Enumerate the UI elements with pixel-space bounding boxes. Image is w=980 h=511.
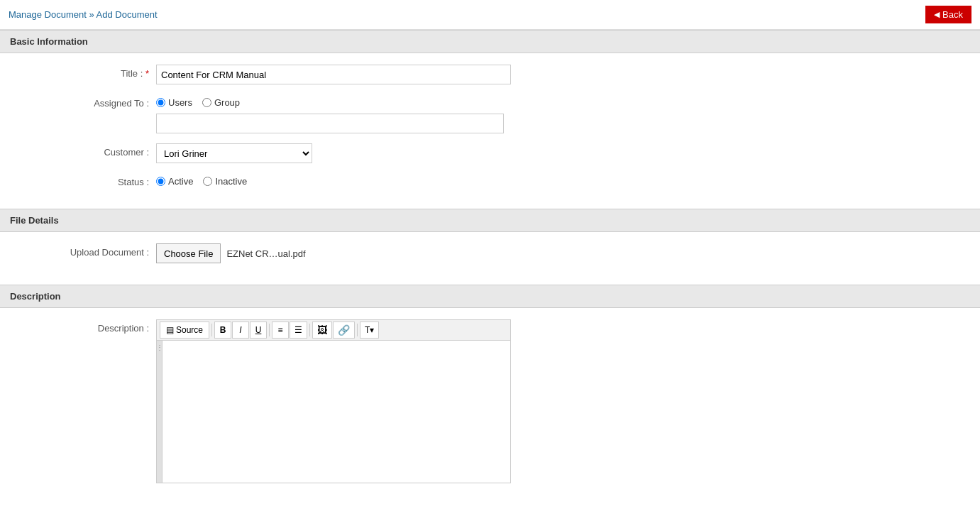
toolbar-separator-3 — [309, 324, 310, 336]
radio-users-label[interactable]: Users — [156, 97, 192, 108]
underline-button[interactable]: U — [250, 322, 267, 339]
insert-image-button[interactable]: 🖼 — [312, 322, 332, 339]
assigned-to-label: Assigned To : — [14, 94, 156, 109]
description-section-header: Description — [0, 285, 980, 308]
submit-area: Submit — [0, 505, 980, 511]
choose-file-button[interactable]: Choose File — [156, 243, 221, 263]
title-row: Title : * — [0, 65, 980, 84]
title-label: Title : * — [14, 65, 156, 79]
breadcrumb-base-link[interactable]: Manage Document — [9, 9, 87, 20]
description-control: ▤ Source B I U ≡ ☰ — [156, 319, 511, 483]
title-input[interactable] — [156, 65, 511, 84]
editor-container: ▤ Source B I U ≡ ☰ — [156, 319, 511, 483]
back-button[interactable]: ◀ Back — [925, 6, 971, 23]
description-row: Description : ▤ Source B I U ≡ — [0, 319, 980, 483]
assigned-to-row: Assigned To : Users Group — [0, 94, 980, 133]
file-details-section-header: File Details — [0, 209, 980, 232]
radio-users[interactable] — [156, 98, 165, 107]
radio-active-label[interactable]: Active — [156, 176, 193, 187]
status-row: Status : Active Inactive — [0, 173, 980, 187]
radio-active-text: Active — [168, 176, 193, 187]
radio-inactive[interactable] — [203, 177, 212, 186]
assigned-to-control: Users Group — [156, 94, 511, 133]
radio-group-label[interactable]: Group — [202, 97, 240, 108]
radio-inactive-text: Inactive — [215, 176, 247, 187]
breadcrumb-separator: » — [87, 9, 97, 20]
customer-label: Customer : — [14, 143, 156, 158]
status-label: Status : — [14, 173, 156, 187]
file-upload-area: Choose File EZNet CR…ual.pdf — [156, 243, 511, 263]
editor-scroll-indicator: ⋮ — [156, 344, 163, 351]
file-details-section: Upload Document : Choose File EZNet CR…u… — [0, 232, 980, 285]
radio-group-text: Group — [214, 97, 240, 108]
customer-control: Lori Griner — [156, 143, 511, 163]
image-icon: 🖼 — [317, 324, 327, 336]
radio-group-input[interactable] — [202, 98, 211, 107]
italic-button[interactable]: I — [232, 322, 249, 339]
link-icon: 🔗 — [338, 324, 350, 336]
status-radio-group: Active Inactive — [156, 173, 511, 187]
upload-row: Upload Document : Choose File EZNet CR…u… — [0, 243, 980, 263]
breadcrumb-current: Add Document — [97, 9, 158, 20]
back-arrow-icon: ◀ — [934, 10, 940, 19]
header-bar: Manage Document » Add Document ◀ Back — [0, 0, 980, 30]
breadcrumb: Manage Document » Add Document — [9, 9, 158, 20]
editor-wrapper: ⋮ — [157, 341, 510, 483]
source-label: Source — [176, 325, 203, 335]
back-button-label: Back — [942, 9, 963, 20]
customer-select[interactable]: Lori Griner — [156, 143, 312, 163]
unordered-list-icon: ☰ — [294, 325, 302, 335]
editor-left-bar: ⋮ — [157, 341, 163, 483]
bold-button[interactable]: B — [214, 322, 231, 339]
assigned-to-input[interactable] — [156, 114, 504, 133]
italic-icon: I — [239, 325, 241, 335]
ordered-list-button[interactable]: ≡ — [272, 322, 289, 339]
source-icon: ▤ — [166, 325, 174, 335]
title-required-indicator: * — [145, 68, 149, 79]
customer-row: Customer : Lori Griner — [0, 143, 980, 163]
basic-info-section: Title : * Assigned To : Users Group — [0, 53, 980, 209]
unordered-list-button[interactable]: ☰ — [290, 322, 307, 339]
toolbar-separator-2 — [269, 324, 270, 336]
format-icon: T▾ — [365, 325, 374, 335]
source-button[interactable]: ▤ Source — [160, 322, 209, 339]
description-label: Description : — [14, 319, 156, 334]
bold-icon: B — [220, 325, 226, 335]
format-button[interactable]: T▾ — [360, 322, 379, 339]
editor-toolbar: ▤ Source B I U ≡ ☰ — [157, 320, 510, 341]
upload-control: Choose File EZNet CR…ual.pdf — [156, 243, 511, 263]
basic-info-section-header: Basic Information — [0, 30, 980, 53]
assigned-to-radio-group: Users Group — [156, 94, 511, 108]
underline-icon: U — [255, 325, 262, 335]
title-control — [156, 65, 511, 84]
status-control: Active Inactive — [156, 173, 511, 187]
toolbar-separator-4 — [357, 324, 358, 336]
description-editor[interactable] — [163, 341, 510, 483]
insert-link-button[interactable]: 🔗 — [333, 322, 355, 339]
radio-inactive-label[interactable]: Inactive — [203, 176, 247, 187]
radio-active[interactable] — [156, 177, 165, 186]
description-section: Description : ▤ Source B I U ≡ — [0, 308, 980, 505]
radio-users-text: Users — [168, 97, 192, 108]
page-container: Manage Document » Add Document ◀ Back Ba… — [0, 0, 980, 511]
upload-label: Upload Document : — [14, 243, 156, 258]
toolbar-separator-1 — [211, 324, 212, 336]
file-name-display: EZNet CR…ual.pdf — [226, 248, 305, 259]
ordered-list-icon: ≡ — [278, 325, 283, 335]
